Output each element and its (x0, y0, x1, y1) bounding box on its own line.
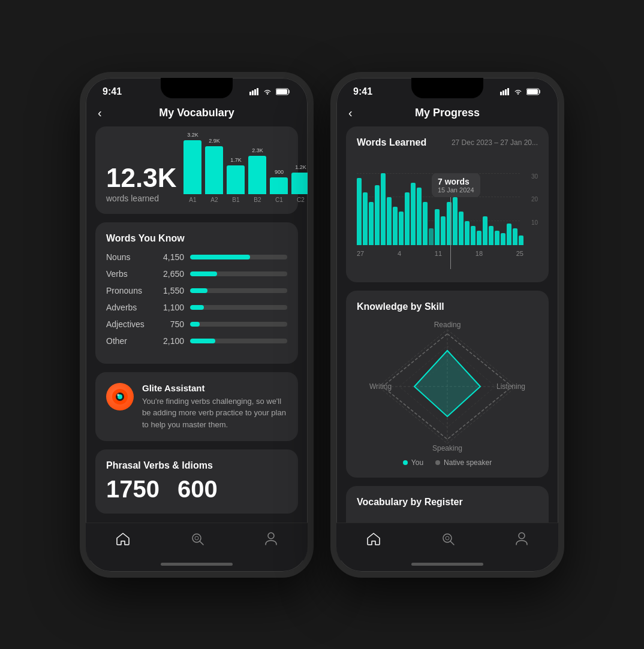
knowledge-title: Knowledge by Skill (357, 301, 538, 312)
wifi-icon-right (513, 88, 523, 95)
bar-value-label: 1.7K (230, 157, 242, 163)
svg-point-31 (446, 536, 449, 540)
assistant-name: Glite Assistant (142, 383, 287, 393)
chart-bar-thin (483, 216, 487, 245)
nav-profile-right[interactable] (503, 529, 540, 548)
chart-bar-thin (471, 226, 476, 245)
tooltip-date: 15 Jan 2024 (438, 186, 474, 194)
words-you-know-title: Words You Know (106, 233, 287, 244)
chart-bar-thin (501, 233, 505, 245)
page-title-right: My Progress (415, 107, 480, 119)
nav-search-right[interactable] (429, 529, 467, 548)
y-label-20: 20 (531, 196, 538, 203)
scroll-content-left[interactable]: 12.3K words learned 3.2KA12.9KA21.7KB12.… (86, 126, 308, 523)
word-type-name: Verbs (106, 269, 154, 279)
progress-fill (190, 339, 215, 343)
nav-search-left[interactable] (178, 529, 216, 548)
assistant-content: Glite Assistant You're finding verbs cha… (142, 383, 287, 431)
bar-rect (205, 146, 223, 194)
svg-point-32 (519, 533, 525, 539)
svg-rect-2 (254, 89, 256, 95)
word-type-row: Nouns4,150 (106, 252, 287, 262)
assistant-avatar (106, 383, 134, 410)
bottom-nav-left (86, 523, 308, 560)
chart-tooltip: 7 words 15 Jan 2024 (432, 173, 480, 197)
word-type-row: Other2,100 (106, 336, 287, 346)
phrasal-number-2: 600 (177, 476, 218, 503)
radar-svg (369, 321, 525, 452)
chart-bar-thin (429, 228, 434, 245)
word-type-count: 1,100 (160, 303, 184, 312)
progress-track (190, 288, 287, 293)
home-indicator-left (161, 563, 233, 566)
progress-track (190, 322, 287, 327)
status-icons-right (500, 88, 541, 95)
word-type-row: Pronouns1,550 (106, 286, 287, 295)
phrasal-title: Phrasal Verbs & Idioms (106, 460, 287, 471)
home-icon-left (116, 532, 130, 545)
word-type-row: Adjectives750 (106, 319, 287, 329)
wifi-icon (263, 88, 272, 95)
line-chart-area: 7 words 15 Jan 2024 30 20 (357, 173, 538, 269)
chart-bar-thin (459, 212, 464, 245)
svg-point-10 (117, 394, 119, 396)
legend-native: Native speaker (435, 458, 492, 467)
legend-label-native: Native speaker (444, 458, 492, 467)
progress-header: Words Learned 27 Dec 2023 – 27 Jan 20... (357, 137, 538, 148)
words-you-know-card: Words You Know Nouns4,150Verbs2,650Prono… (95, 222, 298, 364)
assistant-card: Glite Assistant You're finding verbs cha… (95, 372, 298, 442)
status-icons-left (249, 88, 291, 95)
bar-x-label: A1 (189, 197, 196, 203)
radar-container: Reading Speaking Writing Listening (357, 321, 538, 467)
chart-bar-thin (405, 192, 410, 245)
knowledge-by-skill-card: Knowledge by Skill Reading Speaking Writ… (346, 291, 549, 478)
chart-bar-thin (381, 173, 386, 245)
chart-bar-thin (465, 221, 470, 245)
chart-bar-thin (495, 231, 499, 245)
tooltip-line (450, 197, 451, 269)
bar-item-b2: 2.3KB2 (248, 147, 266, 203)
profile-icon-right (515, 532, 528, 546)
bar-value-label: 1.2K (295, 164, 306, 170)
chart-bar-thin (441, 216, 446, 245)
back-button-right[interactable]: ‹ (348, 106, 353, 120)
search-icon-right (441, 532, 455, 546)
word-type-name: Other (106, 336, 154, 346)
progress-fill (190, 288, 207, 293)
home-icon-right (366, 532, 381, 545)
radar-wrapper: Reading Speaking Writing Listening (369, 321, 525, 452)
register-content-placeholder (357, 516, 538, 523)
scroll-content-right[interactable]: Words Learned 27 Dec 2023 – 27 Jan 20...… (336, 126, 558, 523)
chart-bar-thin (363, 192, 368, 245)
nav-profile-left[interactable] (252, 529, 290, 548)
home-indicator-right (411, 563, 483, 566)
bar-value-label: 3.2K (187, 132, 198, 138)
svg-rect-21 (527, 89, 538, 94)
x-label-27: 27 (357, 250, 364, 257)
assistant-text: You're finding verbs challenging, so we'… (142, 396, 287, 431)
x-label-4: 4 (398, 250, 401, 257)
vocabulary-register-card: Vocabulary by Register (346, 486, 549, 523)
bar-rect (270, 177, 288, 194)
bar-x-label: A2 (210, 197, 218, 203)
chart-bar-thin (453, 197, 458, 245)
progress-fill (190, 271, 217, 276)
back-button-left[interactable]: ‹ (98, 106, 102, 120)
progress-fill (190, 305, 204, 310)
phrasal-card: Phrasal Verbs & Idioms 1750 600 (95, 449, 298, 514)
chart-bar-thin (399, 212, 404, 245)
nav-home-right[interactable] (354, 530, 393, 548)
words-learned-card: Words Learned 27 Dec 2023 – 27 Jan 20...… (346, 126, 549, 282)
vocab-count-section: 12.3K words learned (106, 165, 176, 203)
word-type-count: 2,100 (160, 336, 184, 346)
y-label-10: 10 (531, 219, 538, 226)
vocab-stats-card: 12.3K words learned 3.2KA12.9KA21.7KB12.… (95, 126, 298, 214)
nav-home-left[interactable] (104, 530, 142, 548)
header-left: ‹ My Vocabulary (86, 102, 308, 126)
chart-bar-thin (435, 209, 440, 245)
svg-point-13 (195, 536, 198, 540)
right-phone: 9:41 ‹ My Progress (330, 72, 564, 578)
svg-point-14 (268, 533, 274, 539)
chart-bar-thin (417, 188, 422, 245)
tooltip-words: 7 words (438, 177, 474, 186)
